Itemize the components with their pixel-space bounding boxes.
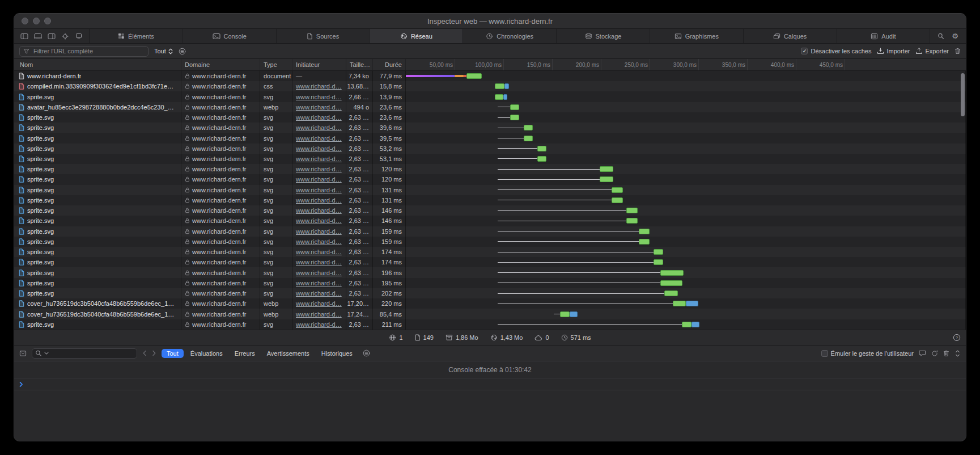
request-initiator[interactable]: www.richard-d…: [296, 124, 342, 131]
console-tab-évaluations[interactable]: Évaluations: [185, 349, 228, 358]
column-header-name[interactable]: Nom: [14, 59, 181, 70]
emulate-user-gesture-checkbox[interactable]: Émuler le geste de l'utilisateur: [821, 350, 914, 357]
network-request-row[interactable]: cover_hu736519dc3b5040cfa48b6b559b6de6ec…: [14, 298, 966, 309]
request-initiator[interactable]: www.richard-d…: [296, 176, 342, 183]
column-header-initiator[interactable]: Initiateur: [292, 59, 346, 70]
filter-options-icon[interactable]: [179, 48, 186, 55]
network-request-row[interactable]: www.richard-dern.fr www.richard-dern.fr …: [14, 71, 966, 81]
request-initiator[interactable]: www.richard-d…: [296, 248, 342, 255]
close-button[interactable]: [22, 18, 28, 24]
request-initiator[interactable]: www.richard-d…: [296, 197, 342, 204]
network-request-row[interactable]: compiled.min.38390909f303624ed9e1cf1bd3f…: [14, 81, 966, 91]
column-header-duration[interactable]: Durée: [373, 59, 406, 70]
request-initiator[interactable]: www.richard-d…: [296, 280, 342, 287]
tab-graphics[interactable]: Graphismes: [650, 29, 744, 43]
request-initiator[interactable]: www.richard-d…: [296, 259, 342, 266]
network-request-row[interactable]: sprite.svg www.richard-dern.fr svg www.r…: [14, 133, 966, 143]
resource-type-dropdown[interactable]: Tout: [154, 48, 173, 54]
column-header-domain[interactable]: Domaine: [181, 59, 260, 70]
url-filter-input[interactable]: [32, 47, 145, 55]
console-panel-icon[interactable]: [19, 350, 27, 357]
request-initiator[interactable]: www.richard-d…: [296, 300, 342, 307]
console-search-input[interactable]: [51, 349, 134, 357]
request-initiator[interactable]: www.richard-d…: [296, 290, 342, 297]
tab-console[interactable]: Console: [183, 29, 277, 43]
network-request-row[interactable]: sprite.svg www.richard-dern.fr svg www.r…: [14, 154, 966, 164]
network-request-row[interactable]: sprite.svg www.richard-dern.fr svg www.r…: [14, 257, 966, 267]
tab-sources[interactable]: Sources: [277, 29, 370, 43]
network-request-row[interactable]: sprite.svg www.richard-dern.fr svg www.r…: [14, 237, 966, 247]
network-request-row[interactable]: sprite.svg www.richard-dern.fr svg www.r…: [14, 164, 966, 174]
request-initiator[interactable]: www.richard-d…: [296, 321, 342, 328]
sidebar-left-icon[interactable]: [20, 33, 28, 40]
console-search-field[interactable]: [32, 348, 137, 359]
request-initiator[interactable]: www.richard-d…: [296, 207, 342, 214]
network-request-row[interactable]: sprite.svg www.richard-dern.fr svg www.r…: [14, 278, 966, 288]
clear-network-trash-icon[interactable]: [954, 48, 961, 54]
url-filter-field[interactable]: [19, 46, 149, 57]
network-request-row[interactable]: sprite.svg www.richard-dern.fr svg www.r…: [14, 123, 966, 133]
console-tab-avertissements[interactable]: Avertissements: [262, 349, 315, 358]
network-request-row[interactable]: sprite.svg www.richard-dern.fr svg www.r…: [14, 226, 966, 237]
request-initiator[interactable]: www.richard-d…: [296, 166, 342, 172]
network-request-row[interactable]: sprite.svg www.richard-dern.fr svg www.r…: [14, 91, 966, 102]
disable-caches-checkbox[interactable]: Désactiver les caches: [801, 48, 871, 54]
help-icon[interactable]: ?: [953, 334, 961, 342]
tab-storage[interactable]: Stockage: [557, 29, 650, 43]
console-tab-tout[interactable]: Tout: [162, 349, 184, 358]
console-tab-historiques[interactable]: Historiques: [316, 349, 358, 358]
network-request-row[interactable]: sprite.svg www.richard-dern.fr svg www.r…: [14, 144, 966, 154]
console-messages-icon[interactable]: [919, 350, 926, 357]
tab-layers[interactable]: Calques: [744, 29, 837, 43]
minimize-button[interactable]: [33, 18, 40, 24]
search-icon[interactable]: [937, 33, 944, 40]
console-options-icon[interactable]: [363, 349, 370, 357]
request-initiator[interactable]: www.richard-d…: [296, 135, 342, 142]
network-request-row[interactable]: sprite.svg www.richard-dern.fr svg www.r…: [14, 267, 966, 277]
request-initiator[interactable]: www.richard-d…: [296, 145, 342, 152]
tab-elements[interactable]: Éléments: [90, 29, 183, 43]
request-initiator[interactable]: www.richard-d…: [296, 94, 342, 100]
request-initiator[interactable]: www.richard-d…: [296, 228, 342, 235]
chevron-left-icon[interactable]: [142, 350, 147, 356]
network-request-row[interactable]: cover_hu736519dc3b5040cfa48b6b559b6de6ec…: [14, 309, 966, 319]
sidebar-right-icon[interactable]: [48, 33, 56, 40]
export-button[interactable]: Exporter: [915, 48, 949, 54]
element-picker-icon[interactable]: [61, 33, 69, 40]
import-button[interactable]: Importer: [877, 48, 910, 54]
table-scrollbar-thumb[interactable]: [961, 73, 965, 116]
request-initiator[interactable]: www.richard-d…: [296, 269, 342, 276]
network-request-row[interactable]: sprite.svg www.richard-dern.fr svg www.r…: [14, 319, 966, 330]
column-header-size[interactable]: Taille…: [346, 59, 373, 70]
request-initiator[interactable]: www.richard-d…: [296, 217, 342, 224]
network-request-row[interactable]: sprite.svg www.richard-dern.fr svg www.r…: [14, 174, 966, 184]
tab-timelines[interactable]: Chronologies: [463, 29, 557, 43]
network-request-row[interactable]: sprite.svg www.richard-dern.fr svg www.r…: [14, 288, 966, 298]
request-initiator[interactable]: www.richard-d…: [296, 104, 342, 111]
request-initiator[interactable]: www.richard-d…: [296, 187, 342, 193]
request-initiator[interactable]: www.richard-d…: [296, 238, 342, 245]
tab-audit[interactable]: Audit: [837, 29, 931, 43]
reload-icon[interactable]: [931, 350, 938, 357]
zoom-button[interactable]: [44, 18, 51, 24]
network-request-row[interactable]: sprite.svg www.richard-dern.fr svg www.r…: [14, 216, 966, 226]
request-initiator[interactable]: www.richard-d…: [296, 155, 342, 162]
device-icon[interactable]: [75, 33, 83, 40]
request-initiator[interactable]: www.richard-d…: [296, 83, 342, 90]
clear-console-trash-icon[interactable]: [943, 350, 949, 357]
network-request-row[interactable]: sprite.svg www.richard-dern.fr svg www.r…: [14, 195, 966, 205]
dock-bottom-icon[interactable]: [34, 33, 42, 40]
request-initiator[interactable]: www.richard-d…: [296, 114, 342, 121]
tab-network[interactable]: Réseau: [370, 29, 463, 43]
column-header-type[interactable]: Type: [260, 59, 292, 70]
chevron-right-icon[interactable]: [152, 350, 156, 356]
collapse-console-icon[interactable]: [954, 350, 961, 357]
network-request-row[interactable]: avatar_hu85ecc3e298728880b0bde2dcc4e5c23…: [14, 102, 966, 112]
console-prompt[interactable]: [14, 378, 966, 390]
network-request-row[interactable]: sprite.svg www.richard-dern.fr svg www.r…: [14, 247, 966, 257]
request-initiator[interactable]: www.richard-d…: [296, 311, 342, 318]
network-request-row[interactable]: sprite.svg www.richard-dern.fr svg www.r…: [14, 112, 966, 123]
network-request-row[interactable]: sprite.svg www.richard-dern.fr svg www.r…: [14, 185, 966, 195]
network-request-row[interactable]: sprite.svg www.richard-dern.fr svg www.r…: [14, 205, 966, 216]
settings-gear-icon[interactable]: ⚙: [952, 32, 958, 40]
